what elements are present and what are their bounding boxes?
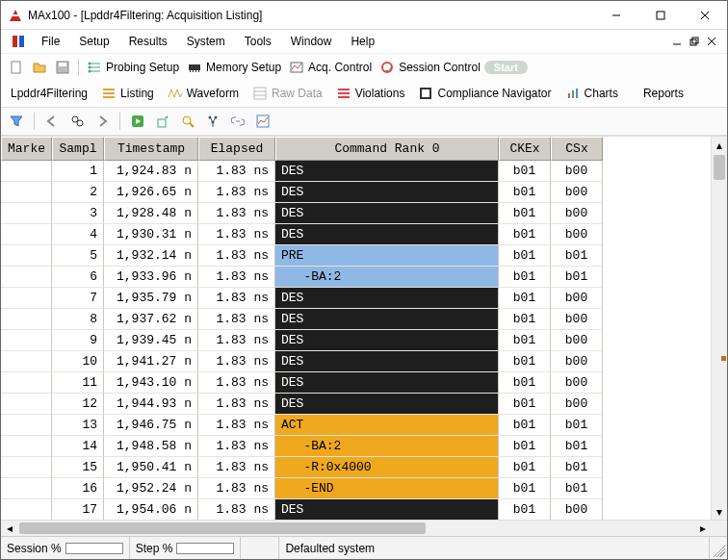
run-button[interactable] (128, 112, 147, 131)
search-button[interactable] (178, 112, 197, 131)
cell-cke: b01 (499, 415, 551, 436)
menu-system[interactable]: System (177, 32, 235, 51)
mdi-restore-button[interactable] (687, 34, 702, 49)
cell-marker (1, 267, 52, 288)
rawdata-icon (252, 86, 268, 101)
probing-setup-label: Probing Setup (106, 61, 179, 74)
new-button[interactable] (5, 58, 28, 77)
table-row[interactable]: 11,924.83 n1.83 nsDESb01b00 (1, 161, 603, 182)
col-elapsed[interactable]: Elapsed (198, 137, 275, 161)
listing-scroll[interactable]: Marke Sampl Timestamp Elapsed Command Ra… (1, 137, 711, 520)
scroll-left-button[interactable]: ◂ (1, 521, 17, 536)
table-row[interactable]: 101,941.27 n1.83 nsDESb01b00 (1, 351, 603, 372)
close-button[interactable] (683, 1, 727, 30)
cell-timestamp: 1,924.83 n (104, 161, 198, 182)
cell-sample: 17 (52, 499, 104, 520)
cell-marker (1, 330, 52, 351)
col-sample[interactable]: Sampl (52, 137, 104, 161)
hscroll-thumb[interactable] (19, 522, 426, 534)
mdi-close-button[interactable] (704, 34, 719, 49)
table-row[interactable]: 41,930.31 n1.83 nsDESb01b00 (1, 224, 603, 245)
mdi-minimize-button[interactable] (669, 34, 685, 49)
col-command[interactable]: Command Rank 0 (275, 137, 499, 161)
hscroll-track[interactable] (17, 521, 694, 536)
menu-tools[interactable]: Tools (235, 32, 281, 51)
svg-rect-3 (657, 12, 664, 19)
table-row[interactable]: 161,952.24 n1.83 ns -ENDb01b01 (1, 478, 603, 499)
probing-setup-button[interactable]: Probing Setup (83, 58, 183, 77)
cell-timestamp: 1,952.24 n (104, 478, 198, 499)
tab-compliance[interactable]: Compliance Navigator (412, 83, 557, 104)
memory-setup-button[interactable]: Memory Setup (183, 58, 285, 77)
menu-results[interactable]: Results (119, 32, 177, 51)
table-row[interactable]: 131,946.75 n1.83 nsACTb01b01 (1, 415, 603, 436)
cell-timestamp: 1,941.27 n (104, 351, 198, 372)
scroll-track[interactable] (712, 153, 727, 503)
prev-button[interactable] (42, 112, 62, 131)
table-row[interactable]: 51,932.14 n1.83 nsPREb01b01 (1, 245, 603, 267)
menu-help[interactable]: Help (341, 32, 384, 51)
table-row[interactable]: 71,935.79 n1.83 nsDESb01b00 (1, 288, 603, 309)
tree-button[interactable] (203, 112, 222, 131)
tab-charts[interactable]: Charts (559, 83, 624, 104)
svg-rect-36 (338, 92, 350, 94)
tab-listing[interactable]: Listing (95, 83, 160, 104)
tab-reports[interactable]: Reports (637, 84, 689, 103)
menu-window[interactable]: Window (281, 32, 342, 51)
table-row[interactable]: 81,937.62 n1.83 nsDESb01b00 (1, 309, 603, 330)
cell-command: ACT (275, 415, 499, 436)
session-control-button[interactable]: Session Control (376, 58, 484, 77)
maximize-button[interactable] (638, 1, 683, 30)
svg-rect-32 (254, 88, 266, 99)
table-row[interactable]: 121,944.93 n1.83 nsDESb01b00 (1, 394, 603, 415)
chart-button[interactable] (253, 112, 273, 131)
table-row[interactable]: 31,928.48 n1.83 nsDESb01b00 (1, 203, 603, 224)
filter-button[interactable] (7, 112, 26, 131)
cell-command: -BA:2 (275, 267, 499, 288)
svg-rect-26 (198, 70, 199, 72)
table-row[interactable]: 111,943.10 n1.83 nsDESb01b00 (1, 372, 603, 394)
col-cke[interactable]: CKEx (499, 137, 551, 161)
find-button[interactable] (67, 112, 87, 131)
scroll-right-button[interactable]: ▸ (694, 521, 711, 536)
cell-sample: 3 (52, 203, 104, 224)
vertical-scrollbar[interactable]: ▴ ▾ (711, 137, 727, 520)
table-row[interactable]: 61,933.96 n1.83 ns -BA:2b01b01 (1, 267, 603, 288)
save-icon (55, 60, 70, 75)
col-csx[interactable]: CSx (551, 137, 603, 161)
resize-grip[interactable] (710, 542, 725, 557)
start-button[interactable]: Start (484, 61, 528, 74)
table-row[interactable]: 151,950.41 n1.83 ns -R:0x4000b01b01 (1, 457, 603, 478)
export-button[interactable] (153, 112, 172, 131)
menu-file[interactable]: File (32, 32, 69, 51)
cell-csx: b00 (551, 182, 603, 203)
col-timestamp[interactable]: Timestamp (104, 137, 198, 161)
scroll-thumb[interactable] (714, 155, 725, 180)
cell-marker (1, 309, 52, 330)
save-button[interactable] (51, 58, 74, 77)
cell-sample: 1 (52, 161, 104, 182)
table-row[interactable]: 141,948.58 n1.83 ns -BA:2b01b01 (1, 436, 603, 457)
menu-setup[interactable]: Setup (69, 32, 118, 51)
horizontal-scrollbar[interactable]: ◂ ▸ (1, 520, 727, 536)
link-button[interactable] (228, 112, 247, 131)
svg-rect-6 (13, 36, 17, 47)
scroll-down-button[interactable]: ▾ (712, 503, 727, 520)
cell-sample: 6 (52, 267, 104, 288)
col-marker[interactable]: Marke (1, 137, 52, 161)
table-row[interactable]: 21,926.65 n1.83 nsDESb01b00 (1, 182, 603, 203)
svg-rect-22 (189, 64, 200, 70)
cell-csx: b00 (551, 394, 603, 415)
titlebar: MAx100 - [Lpddr4Filtering: Acquisition L… (1, 1, 727, 30)
tab-waveform[interactable]: Waveform (162, 83, 245, 104)
table-row[interactable]: 171,954.06 n1.83 nsDESb01b00 (1, 499, 603, 520)
minimize-button[interactable] (594, 1, 638, 30)
open-button[interactable] (28, 58, 51, 77)
scroll-up-button[interactable]: ▴ (712, 137, 727, 153)
table-row[interactable]: 91,939.45 n1.83 nsDESb01b00 (1, 330, 603, 351)
next-button[interactable] (92, 112, 112, 131)
tab-violations[interactable]: Violations (330, 83, 411, 104)
acq-control-button[interactable]: Acq. Control (285, 58, 376, 77)
tab-rawdata[interactable]: Raw Data (247, 83, 328, 104)
filtering-label: Lpddr4Filtering (5, 84, 93, 103)
